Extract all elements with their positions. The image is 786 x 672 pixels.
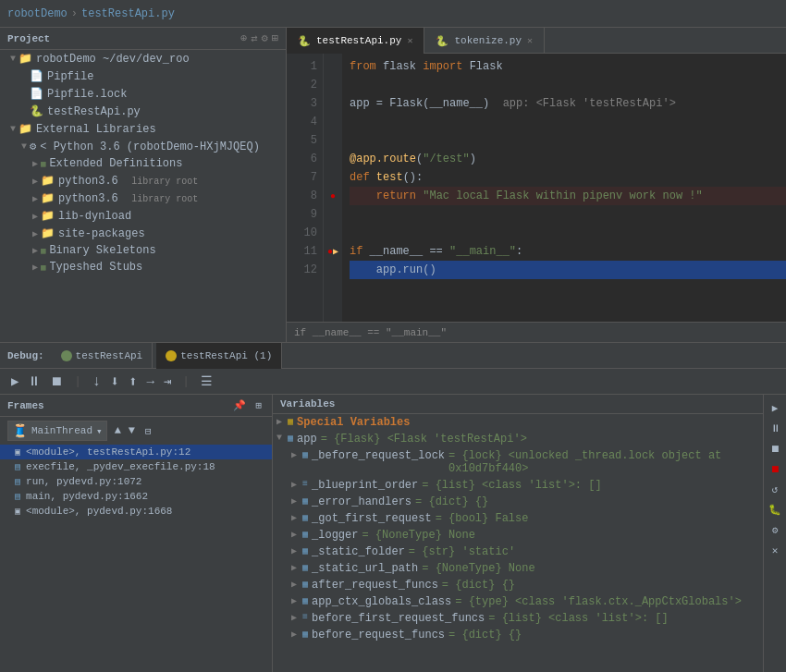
py36lib2-icon: 📁 bbox=[41, 191, 55, 205]
tab-tokenize-icon: 🐍 bbox=[436, 35, 448, 47]
ricon-1[interactable]: ▶ bbox=[766, 398, 784, 417]
sidebar-item-extlibs[interactable]: ▼ 📁 External Libraries bbox=[0, 120, 286, 138]
var-eh-name: _error_handlers bbox=[312, 495, 411, 508]
tab-tokenize-close[interactable]: ✕ bbox=[527, 35, 533, 46]
sidebar-settings-icon[interactable]: ⚙ bbox=[262, 31, 268, 45]
ricon-2[interactable]: ⏸ bbox=[766, 419, 784, 437]
ricon-3[interactable]: ⏹ bbox=[766, 439, 784, 458]
frame0-label: <module>, testRestApi.py:12 bbox=[26, 446, 190, 458]
var-sf-icon: ▦ bbox=[302, 545, 308, 556]
var-row-acgc[interactable]: ▶ ▦ app_ctx_globals_class = {type} <clas… bbox=[273, 593, 763, 610]
sidebar-expand-icon[interactable]: ⊞ bbox=[272, 31, 278, 45]
var-brf-icon: ▦ bbox=[302, 629, 308, 640]
debug-tab-testrestapi1[interactable]: testRestApi bbox=[52, 343, 154, 369]
sidebar-add-icon[interactable]: ⊕ bbox=[240, 31, 247, 45]
var-row-arf[interactable]: ▶ ▦ after_request_funcs = {dict} {} bbox=[273, 577, 763, 593]
frame0-module-icon: ▣ bbox=[15, 446, 20, 458]
debug-runtocursor-btn[interactable]: → bbox=[143, 373, 158, 391]
sidebar-root[interactable]: ▼ 📁 robotDemo ~/dev/dev_roo bbox=[0, 50, 286, 67]
frame-item-2[interactable]: ▤ run, pydevd.py:1072 bbox=[0, 474, 272, 489]
frames-down-icon[interactable]: ▼ bbox=[129, 424, 135, 437]
frames-restore-icon[interactable]: ⊟ bbox=[142, 424, 154, 438]
var-row-sup[interactable]: ▶ ▦ _static_url_path = {NoneType} None bbox=[273, 560, 763, 577]
sidebar-item-extdefs[interactable]: ▶ ▦ Extended Definitions bbox=[0, 155, 286, 172]
debug-stepinto-btn[interactable]: ⬇ bbox=[106, 371, 123, 393]
sidebar-item-python36[interactable]: ▼ ⚙ < Python 3.6 (robotDemo-HXjMJQEQ) bbox=[0, 138, 286, 155]
ricon-5[interactable]: ↺ bbox=[766, 480, 784, 498]
debug-tab2-dot bbox=[166, 350, 177, 361]
pipfile-label: Pipfile bbox=[47, 70, 93, 83]
sidebar-item-py36lib2[interactable]: ▶ 📁 python3.6 library root bbox=[0, 189, 286, 207]
var-row-brl[interactable]: ▶ ▦ _before_request_lock = {lock} <unloc… bbox=[273, 447, 763, 477]
breakpoint-8[interactable]: ● bbox=[324, 187, 342, 205]
tab-testrestapi-icon: 🐍 bbox=[298, 35, 311, 47]
ricon-8[interactable]: ✕ bbox=[766, 541, 784, 559]
frame3-label: main, pydevd.py:1662 bbox=[26, 491, 148, 502]
debug-resume-btn[interactable]: ▶ bbox=[7, 372, 22, 391]
project-name[interactable]: robotDemo bbox=[7, 7, 68, 20]
tab-testrestapi-close[interactable]: ✕ bbox=[407, 35, 412, 46]
sidebar-sync-icon[interactable]: ⇄ bbox=[251, 31, 257, 45]
var-row-eh[interactable]: ▶ ▦ _error_handlers = {dict} {} bbox=[273, 494, 763, 510]
sidebar-item-sitepackages[interactable]: ▶ 📁 site-packages bbox=[0, 225, 286, 242]
sidebar-item-binaryskeletons[interactable]: ▶ ▦ Binary Skeletons bbox=[0, 242, 286, 259]
code-lines[interactable]: from flask import Flask app = Flask(__na… bbox=[342, 54, 786, 322]
frames-expand-icon[interactable]: ⊞ bbox=[252, 398, 264, 412]
var-sf-expand: ▶ bbox=[291, 545, 302, 556]
sidebar-item-pipfile[interactable]: 📄 Pipfile bbox=[0, 67, 286, 85]
debug-settings-btn[interactable]: ☰ bbox=[197, 372, 216, 391]
debug-toolbar: ▶ ⏸ ⏹ | ↓ ⬇ ⬆ → ⇥ | ☰ bbox=[0, 369, 786, 395]
frame-item-4[interactable]: ▣ <module>, pydevd.py:1668 bbox=[0, 504, 272, 519]
root-arrow-icon: ▼ bbox=[7, 54, 18, 64]
thread-select[interactable]: 🧵 MainThread ▾ bbox=[7, 421, 107, 441]
debug-stepover-btn[interactable]: ↓ bbox=[89, 372, 105, 392]
code-line-12: app.run() bbox=[350, 261, 786, 279]
ricon-4[interactable]: ⏹ bbox=[766, 459, 784, 478]
sidebar-item-typeshedstubs[interactable]: ▶ ▦ Typeshed Stubs bbox=[0, 259, 286, 275]
var-acgc-expand: ▶ bbox=[291, 595, 302, 606]
editor-tabs: 🐍 testRestApi.py ✕ 🐍 tokenize.py ✕ bbox=[287, 28, 786, 54]
frame-item-0[interactable]: ▣ <module>, testRestApi.py:12 bbox=[0, 445, 272, 459]
var-row-bpo[interactable]: ▶ ≡ _blueprint_order = {list} <class 'li… bbox=[273, 477, 763, 494]
var-bfrf-expand: ▶ bbox=[291, 612, 302, 623]
ricon-7[interactable]: ⚙ bbox=[766, 520, 784, 539]
tab-tokenize[interactable]: 🐍 tokenize.py ✕ bbox=[424, 28, 545, 54]
debug-pause-btn[interactable]: ⏸ bbox=[24, 373, 44, 391]
sidebar-item-pipfilelock[interactable]: 📄 Pipfile.lock bbox=[0, 85, 286, 103]
var-brf-value: = {dict} {} bbox=[448, 629, 522, 641]
frames-up-icon[interactable]: ▲ bbox=[115, 424, 121, 437]
sitepackages-label: site-packages bbox=[58, 227, 145, 240]
frames-pin-icon[interactable]: 📌 bbox=[230, 398, 249, 412]
ricon-6[interactable]: 🐛 bbox=[766, 500, 784, 519]
var-bpo-icon: ≡ bbox=[302, 479, 308, 489]
var-row-sf[interactable]: ▶ ▦ _static_folder = {str} 'static' bbox=[273, 544, 763, 560]
special-vars-label: Special Variables bbox=[297, 416, 410, 429]
debug-tab-testrestapi2[interactable]: testRestApi (1) bbox=[156, 343, 282, 369]
special-vars-header[interactable]: ▶ ▦ Special Variables bbox=[273, 414, 763, 431]
var-row-bfrf[interactable]: ▶ ≡ before_first_request_funcs = {list} … bbox=[273, 610, 763, 627]
frame4-module-icon: ▣ bbox=[15, 506, 20, 517]
sidebar-item-testrestapi[interactable]: 🐍 testRestApi.py bbox=[0, 103, 286, 120]
debug-stepout-btn[interactable]: ⬆ bbox=[125, 371, 141, 393]
var-row-brf[interactable]: ▶ ▦ before_request_funcs = {dict} {} bbox=[273, 627, 763, 643]
frame3-icon: ▤ bbox=[15, 491, 20, 502]
debug-stop-btn[interactable]: ⏹ bbox=[46, 373, 67, 391]
sidebar-item-libdynload[interactable]: ▶ 📁 lib-dynload bbox=[0, 207, 286, 225]
binaryskeletons-bars-icon: ▦ bbox=[41, 246, 45, 256]
var-brl-icon: ▦ bbox=[302, 449, 308, 460]
variables-content: ▶ ▦ Special Variables ▼ ▦ app = {Flask} … bbox=[273, 414, 763, 672]
frame-item-1[interactable]: ▤ execfile, _pydev_execfile.py:18 bbox=[0, 459, 272, 474]
debug-label: Debug: bbox=[7, 350, 44, 361]
debug-evaluate-btn[interactable]: ⇥ bbox=[160, 372, 175, 391]
sidebar-item-py36lib1[interactable]: ▶ 📁 python3.6 library root bbox=[0, 172, 286, 189]
var-row-logger[interactable]: ▶ ▦ _logger = {NoneType} None bbox=[273, 527, 763, 544]
file-name[interactable]: testRestApi.py bbox=[81, 7, 175, 20]
var-row-gfr[interactable]: ▶ ▦ _got_first_request = {bool} False bbox=[273, 510, 763, 527]
tab-testrestapi[interactable]: 🐍 testRestApi.py ✕ bbox=[287, 28, 424, 54]
var-arf-expand: ▶ bbox=[291, 579, 302, 590]
breakpoint-11[interactable]: ●▶ bbox=[324, 242, 342, 261]
py36lib1-arrow-icon: ▶ bbox=[30, 176, 41, 187]
frame-item-3[interactable]: ▤ main, pydevd.py:1662 bbox=[0, 489, 272, 504]
var-acgc-value: = {type} <class 'flask.ctx._AppCtxGlobal… bbox=[455, 595, 742, 608]
var-row-app[interactable]: ▼ ▦ app = {Flask} <Flask 'testRestApi'> bbox=[273, 431, 763, 447]
